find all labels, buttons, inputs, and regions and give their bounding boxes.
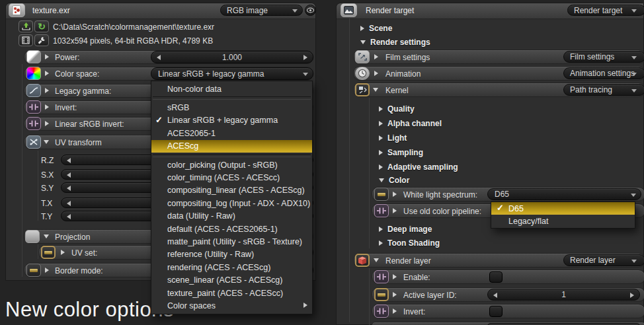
power-node-icon[interactable] bbox=[26, 50, 41, 63]
menu-item[interactable]: matte_paint (Utility - sRGB - Texture) bbox=[151, 235, 312, 248]
expand-active-layer-id-icon[interactable] bbox=[393, 292, 397, 297]
film-settings-dropdown[interactable]: Film settings bbox=[563, 51, 644, 63]
expand-sampling-icon[interactable] bbox=[379, 150, 383, 155]
active-layer-id-slider[interactable]: 1 bbox=[487, 289, 640, 301]
texture-node-icon[interactable] bbox=[9, 3, 25, 17]
slider-decrement-icon[interactable] bbox=[157, 55, 161, 60]
collapse-render-layer-icon[interactable] bbox=[374, 258, 379, 262]
border-mode-node-icon[interactable] bbox=[26, 264, 41, 277]
slider-decrement-icon[interactable] bbox=[67, 186, 71, 191]
slider-decrement-icon[interactable] bbox=[67, 172, 71, 178]
menu-item[interactable]: default (ACES - ACES2065-1) bbox=[151, 223, 312, 235]
expand-animation-icon[interactable] bbox=[374, 71, 378, 76]
tree-item-color[interactable]: Color bbox=[379, 176, 409, 185]
tree-item-light[interactable]: Light bbox=[379, 133, 407, 143]
expand-border-mode-icon[interactable] bbox=[45, 268, 49, 273]
load-image-button[interactable] bbox=[19, 20, 33, 32]
white-light-spectrum-node-icon[interactable] bbox=[374, 188, 389, 201]
expand-color-space-icon[interactable] bbox=[45, 71, 49, 76]
white-light-spectrum-dropdown[interactable]: D65 bbox=[487, 188, 641, 200]
menu-item[interactable]: compositing_log (Input - ADX - ADX10) bbox=[151, 197, 312, 209]
expand-uv-set-icon[interactable] bbox=[61, 250, 65, 255]
animation-node-icon[interactable] bbox=[355, 67, 370, 80]
tree-item-adaptive-sampling[interactable]: Adaptive sampling bbox=[379, 162, 458, 172]
color-space-dropdown[interactable]: Linear sRGB + legacy gamma bbox=[151, 67, 313, 80]
render-layer-node-icon[interactable] bbox=[355, 254, 370, 267]
menu-item[interactable]: Non-color data bbox=[151, 83, 312, 95]
menu-item[interactable]: data (Utility - Raw) bbox=[151, 210, 312, 223]
linear-srgb-invert-node-icon[interactable] bbox=[26, 117, 41, 130]
tree-item-quality[interactable]: Quality bbox=[379, 104, 415, 114]
tree-item-toon-shading[interactable]: Toon Shading bbox=[379, 238, 440, 248]
expand-alpha-channel-icon[interactable] bbox=[379, 121, 383, 126]
menu-item[interactable]: sRGB bbox=[151, 101, 312, 114]
expand-invert-icon[interactable] bbox=[45, 104, 49, 110]
expand-invert-layer-icon[interactable] bbox=[393, 308, 397, 314]
slider-decrement-icon[interactable] bbox=[67, 214, 71, 219]
menu-item[interactable]: ✓Linear sRGB + legacy gamma bbox=[151, 114, 312, 127]
expand-scene-icon[interactable] bbox=[360, 26, 364, 31]
menu-item[interactable]: compositing_linear (ACES - ACEScg) bbox=[151, 184, 312, 197]
render-target-node-icon[interactable] bbox=[341, 3, 357, 17]
menu-item-submenu[interactable]: Color spaces bbox=[151, 299, 312, 312]
slider-increment-icon[interactable] bbox=[303, 55, 307, 60]
active-layer-id-node-icon[interactable] bbox=[374, 288, 389, 301]
collapse-projection-icon[interactable] bbox=[44, 235, 49, 238]
expand-use-old-color-pipeline-icon[interactable] bbox=[393, 208, 397, 213]
menu-item[interactable]: texture_paint (ACES - ACEScc) bbox=[151, 287, 312, 299]
invert-checkbox[interactable] bbox=[489, 306, 503, 317]
kernel-node-icon[interactable] bbox=[355, 83, 370, 96]
menu-item[interactable]: color_timing (ACES - ACEScc) bbox=[151, 171, 312, 184]
reload-image-button[interactable]: ↻ bbox=[34, 20, 49, 32]
expand-white-light-spectrum-icon[interactable] bbox=[393, 192, 397, 197]
legacy-gamma-node-icon[interactable] bbox=[26, 84, 41, 97]
enable-node-icon[interactable] bbox=[374, 270, 389, 283]
color-space-node-icon[interactable] bbox=[26, 67, 41, 80]
expand-light-icon[interactable] bbox=[379, 135, 383, 141]
menu-item[interactable]: rendering (ACES - ACEScg) bbox=[151, 261, 312, 273]
menu-item[interactable]: color_picking (Output - sRGB) bbox=[151, 159, 312, 171]
menu-item[interactable]: reference (Utility - Raw) bbox=[151, 248, 312, 261]
collapse-color-icon[interactable] bbox=[379, 178, 384, 182]
menu-item-highlighted[interactable]: ACEScg bbox=[151, 140, 312, 153]
slider-decrement-icon[interactable] bbox=[67, 158, 71, 163]
kernel-dropdown[interactable]: Path tracing bbox=[563, 84, 644, 96]
tree-item-sampling[interactable]: Sampling bbox=[379, 148, 423, 157]
animation-dropdown[interactable]: Animation settings bbox=[563, 67, 644, 79]
expand-adaptive-sampling-icon[interactable] bbox=[379, 164, 383, 170]
slider-decrement-icon[interactable] bbox=[493, 293, 497, 298]
film-settings-node-icon[interactable] bbox=[355, 50, 370, 63]
enable-checkbox[interactable] bbox=[489, 271, 503, 283]
expand-toon-shading-icon[interactable] bbox=[379, 240, 383, 246]
tree-item-deep-image[interactable]: Deep image bbox=[379, 225, 432, 234]
slider-decrement-icon[interactable] bbox=[67, 201, 71, 206]
render-target-type-dropdown[interactable]: Render target bbox=[567, 5, 644, 16]
texture-type-dropdown[interactable]: RGB image bbox=[220, 5, 303, 16]
collapse-kernel-icon[interactable] bbox=[373, 88, 378, 92]
tree-item-alpha-channel[interactable]: Alpha channel bbox=[379, 119, 442, 128]
uv-set-node-icon[interactable] bbox=[41, 246, 56, 259]
collapse-render-settings-icon[interactable] bbox=[360, 40, 366, 44]
uv-transform-node-icon[interactable] bbox=[26, 135, 41, 149]
expand-enable-icon[interactable] bbox=[393, 274, 397, 279]
menu-item[interactable]: ACES2065-1 bbox=[151, 127, 312, 139]
menu-item[interactable]: Legacy/flat bbox=[491, 215, 635, 227]
collapse-uv-transform-icon[interactable] bbox=[44, 140, 49, 144]
menu-item[interactable]: scene_linear (ACES - ACEScg) bbox=[151, 273, 312, 286]
power-slider[interactable]: 1.000 bbox=[151, 51, 313, 63]
invert-node-icon[interactable] bbox=[26, 100, 41, 114]
tree-item-render-settings[interactable]: Render settings bbox=[360, 38, 430, 47]
image-settings-button[interactable] bbox=[34, 34, 49, 46]
expand-deep-image-icon[interactable] bbox=[379, 227, 383, 232]
projection-node-icon[interactable] bbox=[25, 230, 40, 243]
expand-film-settings-icon[interactable] bbox=[374, 54, 378, 59]
use-old-color-pipeline-node-icon[interactable] bbox=[374, 204, 389, 217]
slider-increment-icon[interactable] bbox=[630, 293, 634, 298]
tree-item-scene[interactable]: Scene bbox=[360, 24, 392, 33]
expand-linear-srgb-invert-icon[interactable] bbox=[45, 121, 49, 126]
invert-layer-node-icon[interactable] bbox=[374, 305, 389, 318]
menu-item-highlighted[interactable]: ✓ D65 bbox=[491, 202, 635, 215]
image-sequence-button[interactable] bbox=[19, 34, 33, 46]
render-layer-dropdown[interactable]: Render layer bbox=[563, 254, 644, 266]
expand-legacy-gamma-icon[interactable] bbox=[45, 88, 49, 93]
